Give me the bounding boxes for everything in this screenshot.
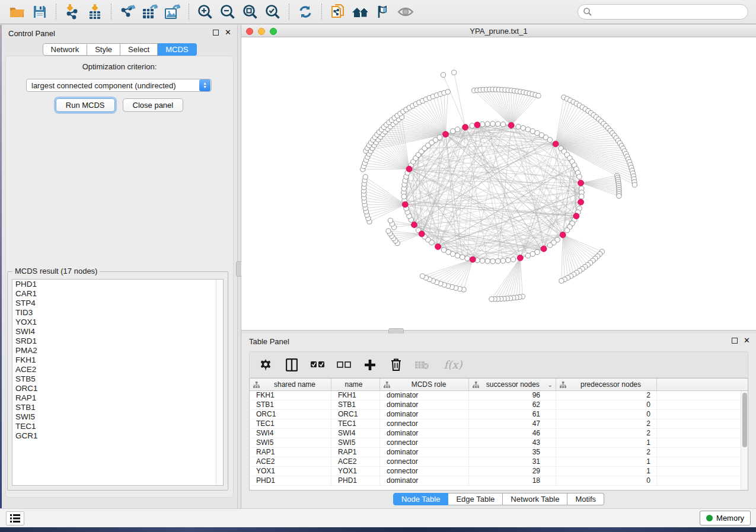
- tab-node-table[interactable]: Node Table: [393, 493, 449, 505]
- table-cell[interactable]: FKH1: [331, 391, 380, 400]
- tab-motifs[interactable]: Motifs: [567, 493, 604, 505]
- table-cell[interactable]: dominator: [380, 400, 469, 409]
- tab-style[interactable]: Style: [87, 43, 120, 56]
- table-cell[interactable]: 43: [469, 438, 556, 447]
- list-item[interactable]: FKH1: [12, 355, 223, 365]
- ring-node[interactable]: [500, 258, 506, 264]
- dominator-node[interactable]: [402, 201, 408, 207]
- leaf-node[interactable]: [617, 194, 621, 198]
- table-scrollbar[interactable]: [741, 391, 748, 490]
- ring-node[interactable]: [455, 127, 460, 132]
- table-cell[interactable]: dominator: [380, 448, 469, 457]
- ring-node[interactable]: [485, 259, 490, 264]
- table-cell[interactable]: 2: [556, 419, 657, 428]
- list-item[interactable]: PHD1: [12, 280, 223, 289]
- dominator-node[interactable]: [443, 132, 449, 137]
- table-row[interactable]: ACE2ACE2connector311: [250, 457, 741, 467]
- list-item[interactable]: ACE2: [12, 365, 223, 374]
- table-row[interactable]: RAP1RAP1dominator352: [250, 448, 741, 457]
- deselect-all-button[interactable]: [336, 356, 352, 374]
- leaf-node[interactable]: [363, 175, 368, 180]
- table-cell[interactable]: connector: [380, 419, 469, 428]
- table-cell[interactable]: 96: [469, 391, 556, 400]
- ring-node[interactable]: [480, 258, 485, 264]
- table-cell[interactable]: ORC1: [250, 410, 331, 419]
- mcds-result-list[interactable]: PHD1CAR1STP4TID3YOX1SWI4SRD1PMA2FKH1ACE2…: [12, 279, 224, 486]
- table-cell[interactable]: SWI4: [250, 429, 331, 438]
- table-cell[interactable]: PHD1: [331, 476, 380, 485]
- ring-node[interactable]: [525, 127, 531, 132]
- leaf-node[interactable]: [445, 89, 450, 94]
- list-item[interactable]: PMA2: [12, 346, 223, 355]
- dominator-node[interactable]: [462, 124, 468, 130]
- houses-icon-button[interactable]: [349, 2, 372, 22]
- open-session-button[interactable]: [6, 2, 28, 22]
- table-cell[interactable]: ACE2: [331, 457, 380, 466]
- export-image-button[interactable]: [161, 2, 184, 22]
- ring-node[interactable]: [516, 124, 521, 130]
- leaf-node[interactable]: [441, 72, 445, 77]
- ring-node[interactable]: [401, 194, 407, 199]
- list-item[interactable]: ORC1: [12, 384, 223, 393]
- table-cell[interactable]: 31: [469, 457, 556, 466]
- table-cell[interactable]: TEC1: [250, 419, 331, 428]
- table-row[interactable]: SWI5SWI5connector431: [250, 438, 741, 448]
- float-table-panel-icon[interactable]: [732, 338, 738, 344]
- table-cell[interactable]: 1: [556, 467, 657, 476]
- close-table-panel-icon[interactable]: ✕: [744, 338, 750, 344]
- table-cell[interactable]: FKH1: [250, 391, 331, 400]
- dominator-node[interactable]: [560, 232, 566, 238]
- table-row[interactable]: FKH1FKH1dominator962: [250, 391, 741, 400]
- table-cell[interactable]: dominator: [380, 391, 469, 400]
- dominator-node[interactable]: [541, 246, 547, 252]
- list-item[interactable]: RAP1: [12, 393, 223, 403]
- table-cell[interactable]: ORC1: [331, 410, 380, 419]
- ring-node[interactable]: [577, 174, 582, 180]
- table-cell[interactable]: SWI4: [331, 429, 380, 438]
- close-panel-button[interactable]: Close panel: [123, 98, 184, 112]
- table-row[interactable]: YOX1YOX1connector291: [250, 467, 741, 476]
- table-cell[interactable]: 18: [469, 476, 556, 485]
- ring-node[interactable]: [547, 137, 553, 143]
- list-item[interactable]: STB1: [12, 403, 223, 412]
- table-cell[interactable]: 61: [469, 410, 556, 419]
- table-cell[interactable]: connector: [380, 467, 469, 476]
- close-panel-icon[interactable]: ✕: [225, 30, 231, 36]
- ring-node[interactable]: [495, 121, 500, 127]
- dominator-node[interactable]: [573, 213, 579, 219]
- table-cell[interactable]: 0: [556, 476, 657, 485]
- export-table-button[interactable]: [139, 2, 161, 22]
- network-titlebar[interactable]: YPA_prune.txt_1: [241, 25, 756, 37]
- import-table-button[interactable]: [84, 2, 106, 22]
- ring-node[interactable]: [465, 256, 470, 261]
- save-session-button[interactable]: [28, 2, 51, 22]
- list-item[interactable]: YOX1: [12, 318, 223, 327]
- table-cell[interactable]: dominator: [380, 476, 469, 485]
- column-header-MCDS-role[interactable]: MCDS role: [380, 379, 469, 390]
- ring-node[interactable]: [511, 257, 516, 262]
- ring-node[interactable]: [579, 194, 584, 199]
- dominator-node[interactable]: [419, 231, 425, 237]
- network-canvas[interactable]: [241, 37, 756, 330]
- select-all-button[interactable]: [310, 356, 326, 374]
- leaf-node[interactable]: [632, 182, 637, 187]
- delete-column-button[interactable]: [388, 356, 404, 374]
- table-cell[interactable]: connector: [380, 438, 469, 447]
- table-cell[interactable]: 2: [556, 448, 657, 457]
- table-cell[interactable]: 0: [556, 400, 657, 409]
- ring-node[interactable]: [450, 129, 455, 134]
- network-canvas-svg[interactable]: [241, 37, 756, 330]
- ring-node[interactable]: [470, 123, 475, 129]
- zoom-selected-button[interactable]: [261, 2, 284, 22]
- zoom-out-button[interactable]: [216, 2, 239, 22]
- dominator-node[interactable]: [412, 222, 417, 227]
- table-cell[interactable]: RAP1: [250, 448, 331, 457]
- table-cell[interactable]: PHD1: [250, 476, 331, 485]
- list-item[interactable]: STB5: [12, 374, 223, 384]
- table-row[interactable]: PHD1PHD1dominator180: [250, 476, 741, 486]
- table-cell[interactable]: 0: [556, 410, 657, 419]
- table-cell[interactable]: 2: [556, 391, 657, 400]
- table-cell[interactable]: RAP1: [331, 448, 380, 457]
- tab-network[interactable]: Network: [42, 43, 87, 56]
- ring-node[interactable]: [437, 135, 442, 140]
